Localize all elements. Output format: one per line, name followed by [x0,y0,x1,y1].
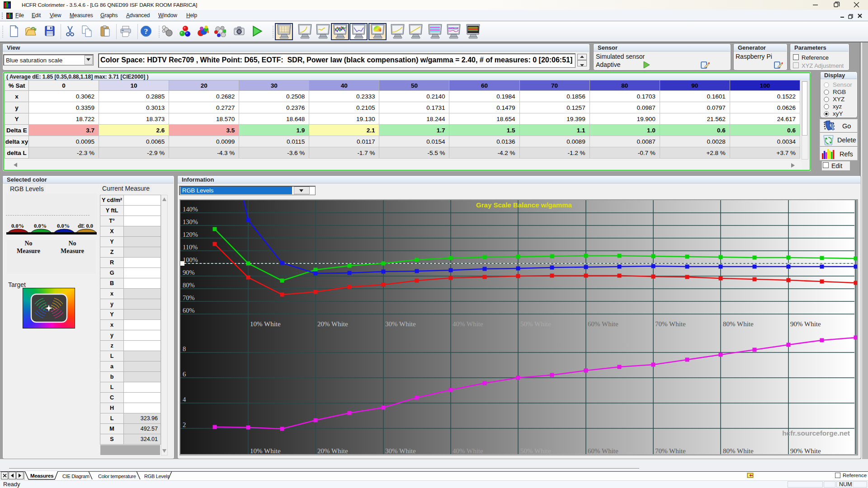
svg-text:20% White: 20% White [317,447,348,455]
svg-text:?: ? [144,27,148,36]
svg-text:hcfr.sourceforge.net: hcfr.sourceforge.net [782,429,850,437]
svg-text:130%: 130% [183,218,198,225]
svg-text:8: 8 [183,345,186,352]
svg-text:60% White: 60% White [588,320,618,328]
svg-text:110%: 110% [183,244,198,251]
svg-text:90% White: 90% White [790,320,821,328]
svg-text:70% White: 70% White [655,320,686,328]
svg-text:30% White: 30% White [385,447,416,455]
svg-text:50% White: 50% White [520,320,551,328]
svg-text:140%: 140% [183,206,198,213]
svg-text:100%: 100% [183,256,198,263]
svg-text:40% White: 40% White [453,320,483,328]
svg-text:60%: 60% [183,307,195,314]
svg-text:10% White: 10% White [250,447,281,455]
svg-text:40% White: 40% White [453,447,483,455]
svg-text:70%: 70% [183,294,195,301]
svg-text:4: 4 [183,396,186,403]
svg-text:Gray Scale Balance w/gamma: Gray Scale Balance w/gamma [476,201,572,209]
svg-text:80%: 80% [183,282,195,289]
svg-text:50% White: 50% White [520,447,551,455]
svg-text:20% White: 20% White [317,320,348,328]
svg-text:90%: 90% [183,269,195,276]
svg-text:80% White: 80% White [723,447,754,455]
svg-text:10% White: 10% White [250,320,281,328]
svg-text:60% White: 60% White [588,447,618,455]
svg-text:90% White: 90% White [790,447,821,455]
svg-text:2: 2 [183,421,186,428]
svg-text:70% White: 70% White [655,447,686,455]
svg-text:6: 6 [183,371,186,378]
svg-text:80% White: 80% White [723,320,754,328]
svg-text:30% White: 30% White [385,320,416,328]
svg-text:120%: 120% [183,231,198,238]
